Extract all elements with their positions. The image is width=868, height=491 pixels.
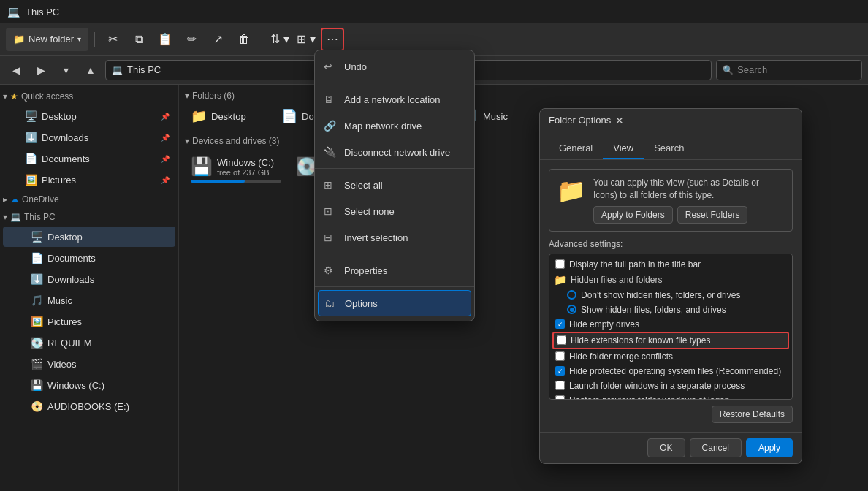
checkbox-full-path[interactable] bbox=[555, 259, 565, 269]
checkbox-hide-protected[interactable]: ✓ bbox=[555, 366, 565, 376]
new-folder-button[interactable]: 📁 New folder ▾ bbox=[6, 28, 88, 51]
checkbox-restore[interactable] bbox=[555, 395, 565, 400]
dont-show-label: Don't show hidden files, folders, or dri… bbox=[581, 290, 740, 300]
tab-search[interactable]: Search bbox=[644, 138, 694, 159]
sidebar-item-windows-c[interactable]: 💾 Windows (C:) bbox=[3, 375, 175, 395]
copy-button[interactable]: ⧉ bbox=[127, 28, 151, 51]
sidebar-item-thispc-root[interactable]: 🖥️ Desktop bbox=[3, 227, 175, 247]
dialog-close-button[interactable]: ✕ bbox=[611, 112, 628, 129]
rename-button[interactable]: ✏ bbox=[180, 28, 203, 51]
menu-map-drive-label: Map network drive bbox=[344, 121, 422, 132]
setting-hide-extensions[interactable]: Hide extensions for known file types bbox=[552, 332, 789, 349]
setting-launch-separate[interactable]: Launch folder windows in a separate proc… bbox=[552, 378, 789, 393]
drives-title: Devices and drives (3) bbox=[192, 136, 279, 146]
back-button[interactable]: ◀ bbox=[6, 60, 26, 80]
drive-c-progress-fill bbox=[191, 180, 245, 183]
radio-dont-show[interactable] bbox=[567, 290, 576, 300]
setting-restore-windows[interactable]: Restore previous folder windows at logon bbox=[552, 393, 789, 400]
select-all-icon: ⊞ bbox=[324, 179, 337, 191]
select-none-icon: ⊡ bbox=[324, 205, 337, 217]
apply-button[interactable]: Apply bbox=[746, 438, 793, 457]
forward-button[interactable]: ▶ bbox=[31, 60, 51, 80]
folder-icon-small: 📁 bbox=[554, 274, 566, 286]
sidebar-item-thispc-pics[interactable]: 🖼️ Pictures bbox=[3, 311, 175, 332]
folder-desktop-label: Desktop bbox=[211, 111, 246, 122]
requiem-label: REQUIEM bbox=[47, 338, 92, 349]
menu-disconnect-label: Disconnect network drive bbox=[344, 147, 450, 158]
hide-protected-label: Hide protected operating system files (R… bbox=[569, 366, 781, 376]
thispc-icon: 💻 bbox=[10, 212, 21, 222]
sidebar-item-downloads[interactable]: ⬇️ Downloads 📌 bbox=[3, 127, 175, 148]
checkbox-hide-ext[interactable] bbox=[557, 335, 566, 345]
address-icon: 💻 bbox=[112, 65, 123, 75]
recent-button[interactable]: ▾ bbox=[56, 60, 76, 80]
checkbox-merge[interactable] bbox=[555, 351, 565, 361]
menu-select-none[interactable]: ⊡ Select none bbox=[315, 198, 474, 224]
sidebar-item-desktop[interactable]: 🖥️ Desktop 📌 bbox=[3, 106, 175, 126]
menu-options-label: Options bbox=[345, 298, 378, 309]
sidebar-item-videos[interactable]: 🎬 Videos bbox=[3, 354, 175, 374]
cancel-button[interactable]: Cancel bbox=[690, 438, 742, 457]
menu-properties[interactable]: ⚙ Properties bbox=[315, 257, 474, 283]
ok-button[interactable]: OK bbox=[647, 438, 685, 457]
setting-merge-conflicts[interactable]: Hide folder merge conflicts bbox=[552, 349, 789, 364]
cut-button[interactable]: ✂ bbox=[101, 28, 124, 51]
apply-to-folders-btn[interactable]: Apply to Folders bbox=[593, 206, 673, 224]
address-text: This PC bbox=[127, 64, 161, 75]
menu-map-drive[interactable]: 🔗 Map network drive bbox=[315, 113, 474, 139]
onedrive-header[interactable]: ▸ ☁ OneDrive bbox=[0, 191, 178, 208]
dialog-title-bar: Folder Options ✕ bbox=[540, 109, 802, 132]
sidebar-downloads-label: Downloads bbox=[42, 132, 88, 143]
restore-label: Restore previous folder windows at logon bbox=[569, 395, 729, 400]
tab-general[interactable]: General bbox=[549, 138, 603, 159]
radio-show-hidden[interactable] bbox=[567, 305, 576, 314]
sidebar-item-thispc-downloads[interactable]: ⬇️ Downloads bbox=[3, 269, 175, 289]
thispc-header[interactable]: ▾ 💻 This PC bbox=[0, 208, 178, 226]
sidebar: ▾ ★ Quick access 🖥️ Desktop 📌 ⬇️ Downloa… bbox=[0, 85, 179, 491]
sort-button[interactable]: ⇅ ▾ bbox=[268, 28, 292, 51]
search-box[interactable]: 🔍 Search bbox=[716, 60, 862, 80]
expand-icon-pc: ▾ bbox=[3, 212, 7, 222]
delete-button[interactable]: 🗑 bbox=[232, 28, 256, 51]
dialog-title: Folder Options bbox=[549, 115, 611, 126]
menu-invert-selection[interactable]: ⊟ Invert selection bbox=[315, 224, 474, 251]
sidebar-item-music[interactable]: 🎵 Music bbox=[3, 290, 175, 311]
pin-icon-4: 📌 bbox=[161, 176, 170, 184]
drive-windows-c[interactable]: 💾 Windows (C:) free of 237 GB bbox=[185, 151, 287, 189]
menu-undo[interactable]: ↩ Undo bbox=[315, 53, 474, 80]
audiobooks-label: AUDIOBOOKS (E:) bbox=[47, 401, 129, 412]
setting-hide-empty[interactable]: ✓ Hide empty drives bbox=[552, 317, 789, 332]
checkbox-launch[interactable] bbox=[555, 381, 565, 390]
menu-properties-label: Properties bbox=[344, 265, 387, 276]
share-button[interactable]: ↗ bbox=[206, 28, 229, 51]
menu-disconnect-drive[interactable]: 🔌 Disconnect network drive bbox=[315, 139, 474, 165]
more-options-button[interactable]: ⋯ bbox=[321, 28, 344, 51]
menu-add-network[interactable]: 🖥 Add a network location bbox=[315, 86, 474, 113]
onedrive-label: OneDrive bbox=[22, 194, 59, 205]
sidebar-item-audiobooks[interactable]: 📀 AUDIOBOOKS (E:) bbox=[3, 396, 175, 416]
up-button[interactable]: ▲ bbox=[80, 60, 101, 80]
restore-defaults-btn[interactable]: Restore Defaults bbox=[712, 406, 793, 423]
advanced-label: Advanced settings: bbox=[549, 239, 793, 249]
sidebar-item-pictures[interactable]: 🖼️ Pictures 📌 bbox=[3, 170, 175, 190]
view-button[interactable]: ⊞ ▾ bbox=[294, 28, 318, 51]
tab-view[interactable]: View bbox=[603, 138, 644, 159]
sidebar-item-thispc-docs[interactable]: 📄 Documents bbox=[3, 248, 175, 268]
quick-access-header[interactable]: ▾ ★ Quick access bbox=[0, 88, 178, 105]
setting-dont-show[interactable]: Don't show hidden files, folders, or dri… bbox=[552, 288, 789, 302]
setting-hide-protected[interactable]: ✓ Hide protected operating system files … bbox=[552, 364, 789, 378]
settings-list[interactable]: Display the full path in the title bar 📁… bbox=[549, 254, 793, 400]
sidebar-item-requiem[interactable]: 💽 REQUIEM bbox=[3, 332, 175, 353]
winc-label: Windows (C:) bbox=[47, 380, 104, 391]
checkbox-hide-empty[interactable]: ✓ bbox=[555, 319, 565, 329]
paste-button[interactable]: 📋 bbox=[153, 28, 177, 51]
setting-show-hidden[interactable]: Show hidden files, folders, and drives bbox=[552, 302, 789, 317]
reset-folders-btn[interactable]: Reset Folders bbox=[677, 206, 748, 224]
setting-full-path[interactable]: Display the full path in the title bar bbox=[552, 257, 789, 272]
hidden-section-label: Hidden files and folders bbox=[571, 275, 662, 285]
menu-options[interactable]: 🗂 Options bbox=[318, 290, 471, 316]
menu-select-all[interactable]: ⊞ Select all bbox=[315, 172, 474, 198]
folder-desktop[interactable]: 📁 Desktop bbox=[185, 105, 273, 127]
drive-c-free: free of 237 GB bbox=[217, 168, 274, 177]
sidebar-item-documents[interactable]: 📄 Documents 📌 bbox=[3, 148, 175, 169]
